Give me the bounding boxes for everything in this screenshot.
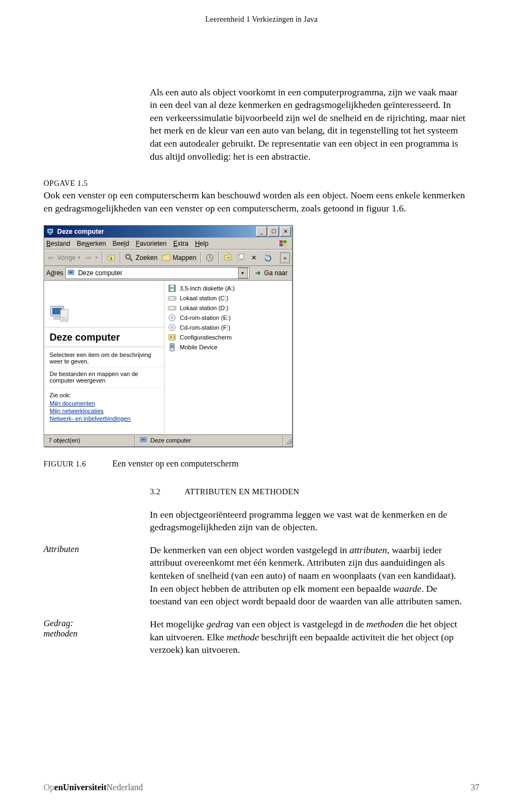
back-arrow-icon: ⇦ [46,253,55,262]
svg-rect-22 [171,289,174,291]
menu-extra[interactable]: Extra [173,240,188,247]
page-number: 37 [471,783,479,792]
computer-icon [67,269,76,277]
close-button[interactable]: ✕ [280,227,291,237]
margin-attributen: Attributen [44,544,136,554]
svg-point-32 [170,336,172,338]
menu-beeld[interactable]: Beeld [112,240,129,247]
undo-button[interactable] [263,253,271,262]
section-number: 3.2 [150,487,161,496]
svg-rect-1 [48,229,52,232]
svg-rect-21 [171,285,174,287]
status-mid: Deze computer [135,434,283,446]
cdrom-icon [168,313,177,322]
svg-rect-4 [283,240,287,243]
svg-rect-3 [279,240,283,243]
folders-label: Mappen [173,254,196,262]
link-mijn-documenten[interactable]: Mijn documenten [44,399,164,407]
toolbar-overflow[interactable]: » [280,252,290,263]
left-pane-hint2: De bestanden en mappen van de computer w… [44,367,164,387]
search-label: Zoeken [136,254,157,262]
forward-button[interactable]: ⇨ ▾ [84,253,98,262]
drive-icon [168,304,177,312]
resize-grip[interactable] [283,436,292,445]
svg-rect-5 [279,244,283,246]
figure-label: FIGUUR 1.6 [44,460,86,469]
folders-button[interactable]: Mappen [162,253,196,262]
svg-rect-18 [62,317,67,318]
address-value: Deze computer [78,269,122,277]
margin-gedrag-methoden: Gedrag:methoden [44,618,136,639]
back-label: Vorige [57,254,76,262]
svg-rect-6 [283,244,287,246]
opgave-label: OPGAVE 1.5 [44,179,466,188]
toolbar-separator [200,252,201,263]
menu-favorieten[interactable]: Favorieten [136,240,167,247]
list-item[interactable]: 3,5-inch diskette (A:) [168,283,292,293]
copyto-icon [236,253,245,262]
body-p2: De kenmerken van een object worden vastg… [150,544,466,608]
up-button[interactable] [107,253,115,262]
search-button[interactable]: Zoeken [125,253,157,262]
intro-paragraph: Als een auto als object voorkomt in een … [150,86,466,163]
list-item[interactable]: Cd-rom-station (F:) [168,323,292,332]
list-item[interactable]: Cd-rom-station (E:) [168,313,292,323]
menu-bewerken[interactable]: Bewerken [77,240,106,247]
undo-icon [263,253,271,262]
list-item[interactable]: Mobile Device [168,342,292,352]
list-item[interactable]: Lokaal station (D:) [168,303,292,313]
toolbar-separator [218,252,219,263]
delete-icon: ✕ [250,253,258,262]
toolbar-separator [120,252,120,263]
svg-rect-19 [62,319,67,320]
running-head: Leereenheid 1 Verkiezingen in Java [0,15,523,24]
svg-point-30 [172,326,173,328]
opgave-text: Ook een venster op een computerscherm ka… [44,189,466,215]
svg-point-28 [172,317,173,318]
menu-bestand[interactable]: Bestand [46,240,70,247]
left-pane-hint: Selecteer een item om de beschrijving we… [44,347,164,367]
body-p1: In een objectgeoriënteerd programma legg… [150,508,466,534]
list-item[interactable]: Lokaal station (C:) [168,293,292,303]
history-button[interactable] [205,253,214,262]
computer-large-icon [50,304,69,324]
copyto-button[interactable] [236,253,245,262]
svg-rect-34 [171,344,174,348]
svg-point-7 [126,254,130,259]
toolbar: ⇦ Vorige ▾ ⇨ ▾ [44,250,292,266]
link-mijn-netwerklocaties[interactable]: Mijn netwerklocaties [44,407,164,415]
back-button[interactable]: ⇦ Vorige ▾ [46,253,80,262]
maximize-button[interactable]: ☐ [268,227,279,237]
item-label: 3,5-inch diskette (A:) [180,285,235,292]
moveto-button[interactable] [223,253,232,262]
address-field[interactable]: Deze computer ▾ [65,267,249,279]
minimize-button[interactable]: _ [256,227,267,237]
forward-arrow-icon: ⇨ [84,253,93,262]
svg-line-8 [130,258,132,261]
left-info-pane: Deze computer Selecteer een item om de b… [44,281,165,434]
list-item[interactable]: Configuratiescherm [168,332,292,342]
search-icon [125,253,133,262]
control-panel-icon [168,333,177,342]
delete-button[interactable]: ✕ [250,253,258,262]
cdrom-icon [168,323,177,332]
item-list: 3,5-inch diskette (A:) Lokaal station (C… [165,281,292,434]
moveto-icon [223,253,232,262]
address-bar: Adres Deze computer ▾ Ga naar [44,266,292,281]
folder-up-icon [107,253,115,262]
computer-icon [139,436,148,445]
window-title: Deze computer [57,228,256,235]
svg-rect-16 [54,317,60,319]
menubar: Bestand Bewerken Beeld Favorieten Extra … [44,238,292,250]
go-button[interactable]: Ga naar [252,269,290,277]
link-netwerk-inbel[interactable]: Netwerk- en inbelverbindingen [44,415,164,422]
floppy-icon [168,284,177,293]
svg-rect-2 [49,233,52,234]
svg-rect-36 [142,438,145,440]
folders-icon [162,253,171,262]
address-dropdown[interactable]: ▾ [238,268,248,278]
window-titlebar[interactable]: Deze computer _ ☐ ✕ [44,226,292,238]
svg-rect-13 [69,271,73,273]
menu-help[interactable]: Help [195,240,209,247]
svg-point-26 [174,307,175,308]
